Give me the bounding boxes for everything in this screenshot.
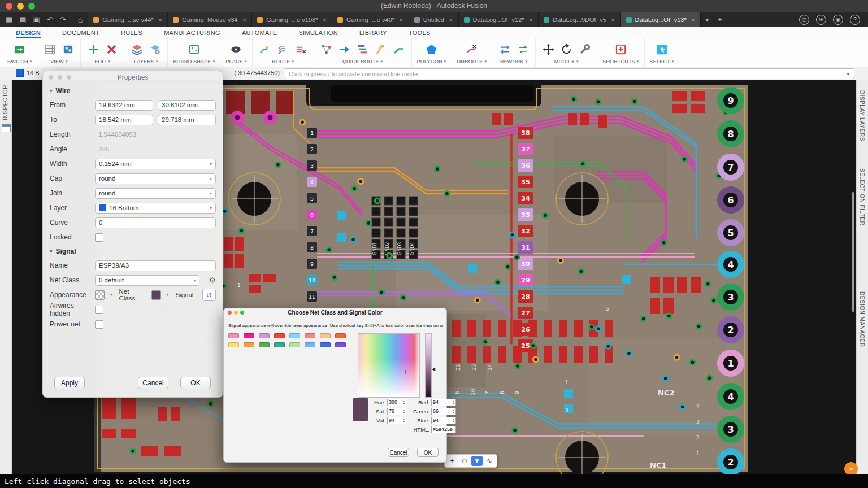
route-bus-icon[interactable] [276,42,290,56]
pcb-pad[interactable] [226,91,245,114]
dialog-cancel-button[interactable]: Cancel [388,448,409,457]
pcb-pad[interactable] [663,277,674,293]
color-swatch[interactable] [305,342,315,347]
pcb-pad[interactable] [650,298,660,314]
dialog-ok-button[interactable]: OK [417,448,439,457]
redo-icon[interactable]: ↷ [60,12,66,27]
inspector-panel-icon[interactable] [2,124,11,132]
select-icon[interactable] [654,42,669,56]
pcb-pad[interactable] [622,274,631,284]
pcb-pad[interactable] [544,320,552,337]
color-swatch[interactable] [335,342,346,347]
blue-input[interactable]: 94▴▾ [431,417,456,424]
panel-tab-display-layers[interactable]: DISPLAY LAYERS [859,90,865,141]
color-swatch[interactable] [289,342,300,347]
undo-icon[interactable]: ↶ [47,12,53,27]
pcb-pad[interactable] [249,274,261,282]
section-signal[interactable]: ▾ Signal [43,245,223,258]
color-swatch[interactable] [228,333,239,338]
pcb-pad[interactable] [224,254,233,268]
pcb-pad[interactable] [263,274,276,282]
pan-icon[interactable]: + [446,456,458,466]
pcb-pad[interactable] [452,320,461,337]
val-stepper[interactable]: ▴▾ [403,418,405,423]
pcb-pad[interactable] [235,254,244,268]
panel-tab-inspector[interactable]: INSPECTOR [2,85,8,120]
color-swatch[interactable] [289,333,300,338]
unroute-icon[interactable] [465,42,479,56]
color-swatch[interactable] [320,342,331,347]
pcb-pad[interactable] [121,429,136,438]
color-gradient-picker[interactable]: + [358,333,420,398]
airwires-hidden-checkbox[interactable] [95,306,103,314]
pcb-pad[interactable] [672,104,687,113]
color-swatch[interactable] [274,342,285,347]
menu-automate[interactable]: AUTOMATE [242,28,277,38]
document-tab[interactable]: Gaming_...se v44*× [88,12,168,27]
rotate-icon[interactable] [559,42,574,56]
menu-document[interactable]: DOCUMENT [62,28,99,38]
color-swatch[interactable] [274,333,285,338]
pcb-pad[interactable] [498,320,506,337]
close-tab-icon[interactable]: × [242,16,247,24]
quick-route-icon[interactable] [319,42,334,56]
pcb-pad[interactable] [102,398,116,419]
join-select[interactable]: round▾ [95,188,216,199]
cap-select[interactable]: round▾ [95,173,216,184]
sat-input[interactable]: 76▴▾ [387,408,406,415]
pcb-pad[interactable] [224,237,233,251]
close-tab-icon[interactable]: × [529,16,533,24]
red-stepper[interactable]: ▴▾ [453,400,454,405]
close-tab-icon[interactable]: × [611,16,615,24]
pcb-pad[interactable] [102,429,116,438]
pcb-pad[interactable] [276,91,293,114]
pcb-pad[interactable] [467,320,476,337]
pcb-pad[interactable] [580,113,589,125]
pcb-pad[interactable] [663,298,674,314]
view-grid-icon[interactable] [42,42,57,56]
notifications-icon[interactable]: ◉ [833,15,843,25]
cancel-button[interactable]: Cancel [138,377,168,389]
hue-input[interactable]: 300▴▾ [387,399,406,406]
width-select[interactable]: 0.1524 mm▾ [95,159,216,169]
quick-layers-icon[interactable] [355,42,370,56]
color-swatch[interactable] [259,342,270,347]
signal-name-input[interactable]: ESP39/A3 [95,260,216,271]
pcb-pad[interactable] [672,91,687,101]
document-tab[interactable]: Gaming_...e v40*× [332,12,409,27]
from-y-input[interactable]: 30.8102 mm [158,100,216,111]
pcb-pad[interactable] [337,233,346,242]
polygon-icon[interactable] [424,42,439,56]
help-icon[interactable]: ? [850,15,860,25]
pcb-pad[interactable] [498,346,506,363]
delete-icon[interactable] [104,42,119,56]
minimize-icon[interactable] [234,311,238,315]
pcb-pad[interactable] [559,320,567,337]
pcb-pad[interactable] [468,264,477,273]
pcb-pad[interactable] [164,446,181,456]
menu-manufacturing[interactable]: MANUFACTURING [164,28,220,38]
pcb-pad[interactable] [141,446,158,456]
panel-tab-selection-filter[interactable]: SELECTION FILTER [859,168,865,225]
switch-icon[interactable] [12,42,27,56]
locked-checkbox[interactable] [95,233,103,242]
pcb-pad[interactable] [564,389,573,398]
val-input[interactable]: 94▴▾ [387,417,406,424]
menu-library[interactable]: LIBRARY [359,28,387,38]
layers-icon[interactable] [129,42,144,56]
pcb-pad[interactable] [483,346,491,363]
menu-rules[interactable]: RULES [121,28,142,38]
panel-tab-design-manager[interactable]: DESIGN MANAGER [859,291,865,347]
menu-tools[interactable]: TOOLS [409,28,431,38]
view-board-icon[interactable] [60,42,75,56]
quick-angle-icon[interactable] [392,42,406,56]
save-icon[interactable]: ▣ [33,12,40,27]
menu-design[interactable]: DESIGN [16,28,41,38]
pcb-pad[interactable] [504,113,513,125]
net-class-color-swatch[interactable] [95,290,105,300]
assistant-icon[interactable]: » [844,462,858,476]
power-net-checkbox[interactable] [95,320,103,329]
hue-stepper[interactable]: ▴▾ [403,400,405,405]
close-tab-icon[interactable]: × [449,16,453,24]
pcb-pad[interactable] [691,277,701,293]
